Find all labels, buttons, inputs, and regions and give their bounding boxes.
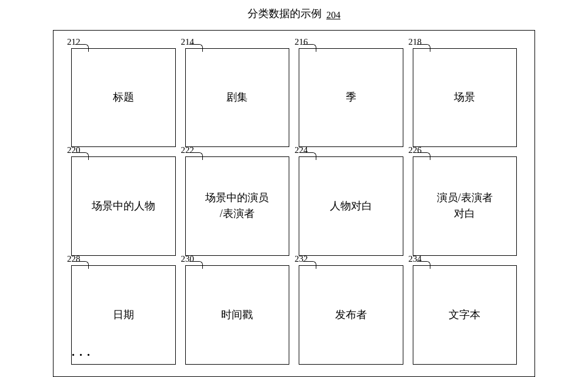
card-label-230: 时间戳 <box>221 307 253 323</box>
card-222: 222场景中的演员 /表演者 <box>185 156 290 256</box>
card-number-220: 220 <box>67 145 81 155</box>
card-218: 218场景 <box>413 48 517 148</box>
card-label-234: 文字本 <box>449 307 480 323</box>
card-214: 214剧集 <box>185 48 290 148</box>
card-label-228: 日期 <box>113 307 134 323</box>
card-number-222: 222 <box>181 145 195 155</box>
card-number-234: 234 <box>409 254 422 264</box>
diagram-title-number: 204 <box>326 10 340 21</box>
card-232: 232发布者 <box>299 265 403 365</box>
card-label-218: 场景 <box>454 89 475 105</box>
card-216: 216季 <box>299 48 403 148</box>
card-label-214: 剧集 <box>226 89 248 105</box>
card-label-220: 场景中的人物 <box>92 198 155 214</box>
card-226: 226演员/表演者 对白 <box>413 156 517 256</box>
card-number-226: 226 <box>409 145 422 155</box>
dots-indicator: ··· <box>71 346 94 365</box>
card-number-228: 228 <box>67 254 81 264</box>
card-grid: 212标题214剧集216季218场景220场景中的人物222场景中的演员 /表… <box>71 48 517 365</box>
card-number-218: 218 <box>409 37 422 47</box>
card-label-226: 演员/表演者 对白 <box>437 190 493 222</box>
card-label-212: 标题 <box>113 89 134 105</box>
card-220: 220场景中的人物 <box>71 156 176 256</box>
card-label-224: 人物对白 <box>330 198 372 214</box>
card-number-216: 216 <box>295 37 308 47</box>
outer-container: 212标题214剧集216季218场景220场景中的人物222场景中的演员 /表… <box>53 30 535 377</box>
card-212: 212标题 <box>71 48 176 148</box>
card-234: 234文字本 <box>413 265 517 365</box>
card-number-230: 230 <box>181 254 195 264</box>
card-label-216: 季 <box>346 89 356 105</box>
card-label-222: 场景中的演员 /表演者 <box>205 190 269 222</box>
card-number-224: 224 <box>295 145 308 155</box>
card-number-212: 212 <box>67 37 81 47</box>
card-label-232: 发布者 <box>335 307 367 323</box>
card-number-232: 232 <box>295 254 308 264</box>
card-224: 224人物对白 <box>299 156 403 256</box>
card-number-214: 214 <box>181 37 195 47</box>
card-230: 230时间戳 <box>185 265 290 365</box>
diagram-title-label: 分类数据的示例 <box>248 6 322 21</box>
